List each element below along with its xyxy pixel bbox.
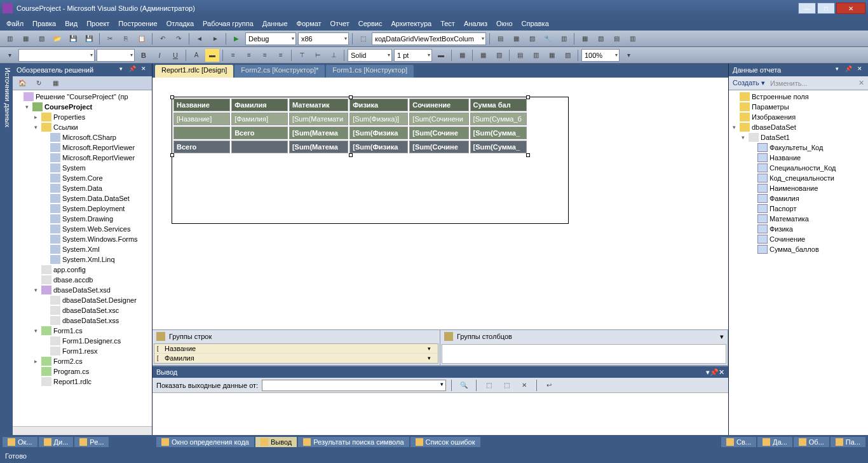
rd-field-item[interactable]: Паспорт	[730, 204, 867, 214]
startpage-icon[interactable]: ▥	[557, 32, 571, 45]
ext-a-icon[interactable]: ▦	[578, 32, 592, 45]
paste-icon[interactable]: 📋	[135, 32, 149, 45]
doc-tab[interactable]: Report1.rdlc [Design]	[155, 65, 233, 78]
valign-bot-icon[interactable]: ⊥	[327, 49, 341, 62]
rd-field-item[interactable]: Сумма_баллов	[730, 244, 867, 254]
dataset-item[interactable]: dbaseDataSet.Designer	[14, 295, 151, 305]
bottom-tab[interactable]: Па...	[831, 437, 865, 447]
rd-builtin-node[interactable]: Встроенные поля	[730, 92, 867, 102]
menu-test[interactable]: Тест	[437, 18, 459, 29]
rpt-s1-1[interactable]: Всего	[231, 127, 288, 139]
new-file-icon[interactable]: ▧	[34, 32, 48, 45]
layout-c-icon[interactable]: ▦	[545, 49, 559, 62]
border-color-icon[interactable]: ▬	[434, 49, 448, 62]
file-item[interactable]: app.config	[14, 265, 151, 275]
program-node[interactable]: Program.cs	[14, 366, 151, 377]
report-table[interactable]: Название Фамилия Математик Физика Сочине…	[172, 97, 528, 155]
rpt-s2-2[interactable]: [Sum(Матема	[289, 141, 348, 153]
panel-close-icon[interactable]: ✕	[139, 66, 148, 74]
objbrowser-icon[interactable]: ▧	[525, 32, 539, 45]
se-refresh-icon[interactable]: ↻	[32, 77, 46, 90]
file-item[interactable]: dbase.accdb	[14, 275, 151, 285]
menu-help[interactable]: Справка	[518, 18, 553, 29]
out-find-icon[interactable]: 🔍	[457, 379, 471, 392]
bottom-tab[interactable]: Результаты поиска символа	[298, 437, 409, 447]
reference-item[interactable]: System.Data	[14, 183, 151, 193]
reference-item[interactable]: System	[14, 163, 151, 173]
rd-field-item[interactable]: Специальности_Код	[730, 163, 867, 173]
doc-tab[interactable]: Form1.cs [Конструктор]	[326, 65, 414, 78]
ext-b-icon[interactable]: ▧	[593, 32, 607, 45]
rd-images-node[interactable]: Изображения	[730, 112, 867, 122]
rpt-hdr-3[interactable]: Физика	[349, 99, 408, 111]
menu-view[interactable]: Вид	[61, 18, 81, 29]
menu-report[interactable]: Отчет	[327, 18, 353, 29]
reference-item[interactable]: System.Deployment	[14, 204, 151, 214]
rpt-s2-3[interactable]: [Sum(Физика	[349, 141, 408, 153]
ext-d-icon[interactable]: ▥	[625, 32, 639, 45]
bottom-tab[interactable]: Ди...	[39, 437, 74, 447]
close-button[interactable]: ✕	[836, 3, 865, 14]
panel-dropdown-icon[interactable]: ▾	[116, 66, 125, 74]
bottom-tab[interactable]: Ок...	[3, 437, 37, 447]
output-pin-icon[interactable]: 📌	[710, 368, 719, 377]
fontsize-combo[interactable]	[97, 49, 135, 62]
rpt-data-2[interactable]: [Sum(Математи	[289, 113, 348, 125]
align-right-icon[interactable]: ≡	[258, 49, 272, 62]
reference-item[interactable]: Microsoft.ReportViewer	[14, 142, 151, 153]
rpt-data-5[interactable]: [Sum(Сумма_б	[470, 113, 527, 125]
tool-a-icon[interactable]: ⬚	[356, 32, 370, 45]
dataset-item[interactable]: dbaseDataSet.xss	[14, 315, 151, 326]
undo-icon[interactable]: ↶	[156, 32, 170, 45]
backcolor-icon[interactable]: ▬	[205, 49, 219, 62]
report-canvas[interactable]: Название Фамилия Математик Физика Сочине…	[172, 97, 569, 224]
font-combo[interactable]	[18, 49, 95, 62]
layout-d-icon[interactable]: ▧	[560, 49, 574, 62]
bottom-tab[interactable]: Св...	[721, 437, 756, 447]
properties-node[interactable]: ▸Properties	[14, 112, 151, 122]
form1-item[interactable]: Form1.resx	[14, 346, 151, 356]
split-icon[interactable]: ▧	[492, 49, 506, 62]
output-close-icon[interactable]: ✕	[719, 368, 724, 377]
project-node[interactable]: ▾CourseProject	[14, 102, 151, 112]
panel-pin-icon[interactable]: 📌	[128, 66, 137, 74]
out-next-icon[interactable]: ⬚	[499, 379, 513, 392]
reference-item[interactable]: System.Core	[14, 173, 151, 183]
se-home-icon[interactable]: 🏠	[15, 77, 29, 90]
rpt-s1-0[interactable]	[173, 127, 230, 139]
rd-field-item[interactable]: Название	[730, 153, 867, 163]
add-item-icon[interactable]: ▦	[18, 32, 32, 45]
rpt-s2-5[interactable]: [Sum(Сумма_	[470, 141, 527, 153]
menu-arch[interactable]: Архитектура	[387, 18, 435, 29]
nav-fwd-icon[interactable]: ►	[208, 32, 222, 45]
menu-analyze[interactable]: Анализ	[460, 18, 491, 29]
references-node[interactable]: ▾Ссылки	[14, 122, 151, 132]
rd-field-item[interactable]: Код_специальности	[730, 173, 867, 183]
config-combo[interactable]: Debug	[245, 32, 296, 45]
rd-field-item[interactable]: Физика	[730, 224, 867, 234]
menu-build[interactable]: Построение	[114, 18, 161, 29]
rpt-s1-3[interactable]: [Sum(Физика	[349, 127, 408, 139]
row-group-item[interactable]: [Фамилия▾	[154, 354, 438, 363]
menu-edit[interactable]: Правка	[29, 18, 60, 29]
menu-debug[interactable]: Отладка	[163, 18, 198, 29]
border-style-combo[interactable]: Solid	[348, 49, 392, 62]
menu-project[interactable]: Проект	[83, 18, 113, 29]
rpt-data-0[interactable]: [Название]	[173, 113, 230, 125]
bottom-tab[interactable]: Вывод	[255, 437, 297, 447]
rpt-hdr-4[interactable]: Сочинение	[409, 99, 468, 111]
align-justify-icon[interactable]: ≡	[274, 49, 288, 62]
find-combo[interactable]: кодDataGridViewTextBoxColum	[372, 32, 486, 45]
solution-node[interactable]: Решение "CourseProject" (пр	[14, 92, 151, 102]
row-group-item[interactable]: [Название▾	[154, 344, 438, 354]
form2-node[interactable]: ▸Form2.cs	[14, 356, 151, 366]
rd-dd-icon[interactable]: ▾	[832, 66, 841, 74]
open-icon[interactable]: 📂	[50, 32, 64, 45]
merge-icon[interactable]: ▦	[476, 49, 490, 62]
report-node[interactable]: Report1.rdlc	[14, 377, 151, 387]
rd-pin-icon[interactable]: 📌	[844, 66, 853, 74]
rd-field-item[interactable]: Фамилия	[730, 193, 867, 204]
rd-field-item[interactable]: Математика	[730, 214, 867, 224]
reference-item[interactable]: System.Xml	[14, 244, 151, 254]
se-showall-icon[interactable]: ▦	[48, 77, 62, 90]
